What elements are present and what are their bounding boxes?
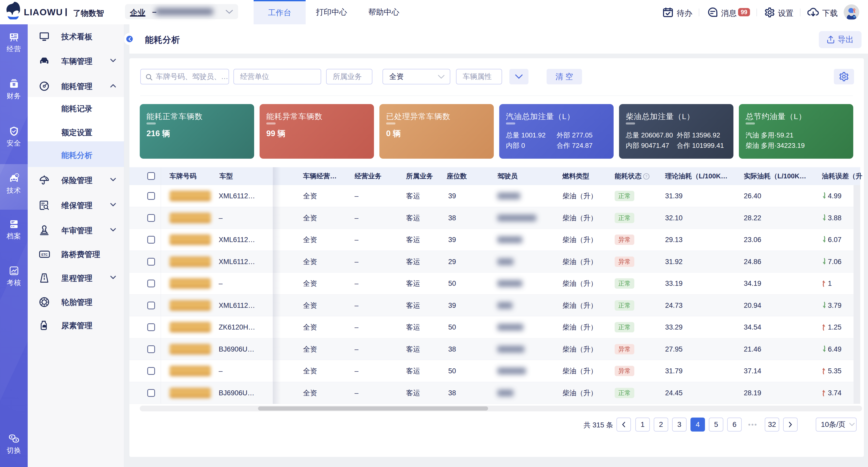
svg-text:ETC: ETC	[41, 253, 48, 256]
svg-text:?: ?	[645, 175, 648, 179]
